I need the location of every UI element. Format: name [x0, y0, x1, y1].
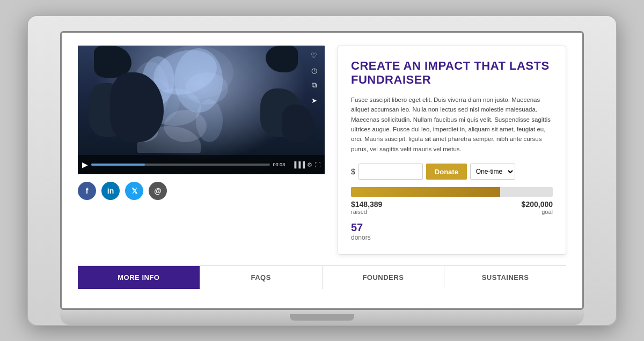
clock-icon[interactable]: ◷ [309, 65, 319, 76]
donate-button[interactable]: Donate [426, 164, 467, 180]
water-effect [78, 46, 325, 153]
tab-founders[interactable]: FOUNDERS [323, 266, 445, 289]
currency-sign: $ [351, 167, 355, 176]
video-player[interactable]: ♡ ◷ ⧉ ➤ ▶ 00:03 [78, 46, 325, 174]
fundraiser-progress-section: $148,389 raised $200,000 goal [351, 187, 553, 215]
play-button[interactable]: ▶ [82, 160, 88, 169]
heart-icon[interactable]: ♡ [309, 50, 319, 61]
laptop-frame: ♡ ◷ ⧉ ➤ ▶ 00:03 [27, 15, 617, 326]
signal-icon: ▐▐▐ [292, 161, 305, 168]
twitter-icon-label: 𝕏 [131, 187, 137, 195]
raised-amount: $148,389 [351, 200, 382, 209]
left-column: ♡ ◷ ⧉ ➤ ▶ 00:03 [78, 46, 325, 200]
donors-count: 57 [351, 221, 553, 234]
twitter-share-button[interactable]: 𝕏 [125, 182, 143, 200]
rock-bottom-right2 [282, 105, 314, 142]
facebook-share-button[interactable]: f [78, 182, 96, 200]
video-right-icons: ▐▐▐ ⚙ ⛶ [292, 161, 320, 168]
screen-content: ♡ ◷ ⧉ ➤ ▶ 00:03 [62, 33, 582, 302]
donors-section: 57 donors [351, 221, 553, 241]
rock-top-right [266, 46, 298, 72]
tab-founders-label: FOUNDERS [362, 273, 404, 281]
tab-faqs[interactable]: FAQS [200, 266, 323, 289]
fundraiser-description: Fusce suscipit libero eget elit. Duis vi… [351, 95, 553, 154]
donors-label: donors [351, 234, 553, 241]
frequency-select[interactable]: One-time Monthly Yearly [470, 164, 515, 180]
video-progress-bar[interactable] [91, 164, 270, 166]
goal-info: $200,000 goal [522, 200, 553, 215]
tab-more-info[interactable]: MORE INFO [78, 266, 200, 289]
social-share-icons: f in 𝕏 @ [78, 182, 325, 200]
donate-amount-input[interactable] [358, 164, 423, 180]
fullscreen-icon[interactable]: ⛶ [314, 161, 320, 168]
goal-label: goal [522, 209, 553, 215]
share-icon[interactable]: ➤ [309, 95, 319, 106]
linkedin-share-button[interactable]: in [101, 182, 120, 200]
laptop-screen: ♡ ◷ ⧉ ➤ ▶ 00:03 [60, 31, 584, 310]
video-action-icons: ♡ ◷ ⧉ ➤ [309, 50, 319, 106]
tabs-bar: MORE INFO FAQS FOUNDERS SUSTAINERS [78, 265, 566, 289]
laptop-base [60, 310, 584, 325]
email-share-button[interactable]: @ [149, 182, 167, 200]
tab-sustainers-label: SUSTAINERS [482, 273, 529, 281]
amount-row: $148,389 raised $200,000 goal [351, 200, 553, 215]
email-icon-label: @ [154, 187, 162, 195]
video-time: 00:03 [273, 162, 289, 167]
goal-amount: $200,000 [522, 200, 553, 209]
fundraiser-title: CREATE AN IMPACT THAT LASTS FUNDRAISER [351, 59, 553, 87]
progress-bar-fill [351, 187, 500, 197]
facebook-icon-label: f [86, 187, 89, 195]
donate-input-row: $ Donate One-time Monthly Yearly [351, 164, 553, 180]
video-progress-fill [91, 164, 145, 166]
tab-faqs-label: FAQS [251, 273, 270, 281]
settings-icon[interactable]: ⚙ [307, 161, 312, 168]
layers-icon[interactable]: ⧉ [309, 80, 319, 91]
raised-info: $148,389 raised [351, 200, 382, 215]
fundraiser-panel: CREATE AN IMPACT THAT LASTS FUNDRAISER F… [338, 46, 566, 255]
tab-more-info-label: MORE INFO [118, 273, 159, 281]
laptop-hinge [290, 314, 354, 321]
progress-track [351, 187, 553, 197]
tab-sustainers[interactable]: SUSTAINERS [444, 266, 566, 289]
linkedin-icon-label: in [107, 187, 114, 195]
main-area: ♡ ◷ ⧉ ➤ ▶ 00:03 [78, 46, 566, 255]
raised-label: raised [351, 209, 382, 215]
video-controls-bar: ▶ 00:03 ▐▐▐ ⚙ ⛶ [78, 155, 325, 174]
